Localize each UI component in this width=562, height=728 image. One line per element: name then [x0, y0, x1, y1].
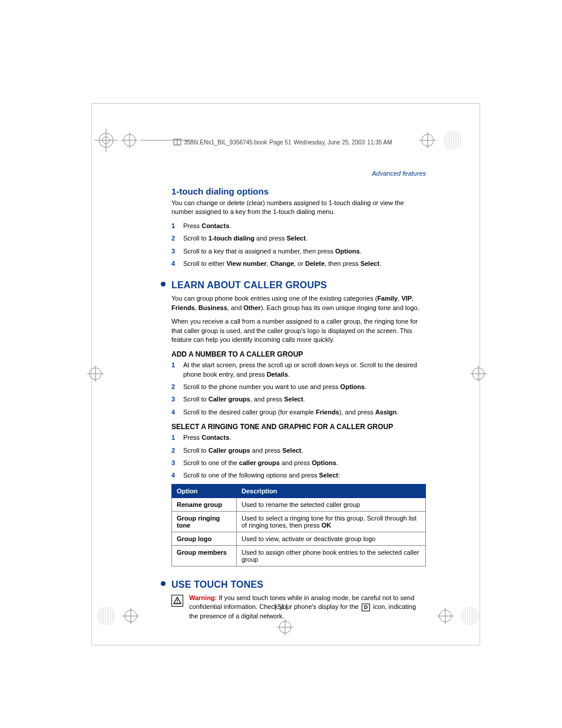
header-file-info: 3586i.ENv1_BIL_9356745.book Page 51 Wedn…	[173, 138, 392, 146]
section-title-touch-tones: Use Touch Tones	[171, 579, 263, 589]
bullet-icon	[161, 581, 166, 586]
step-num: 3	[171, 247, 177, 256]
step-num: 1	[171, 433, 177, 442]
header-file: 3586i.ENv1_BIL_9356745.book	[184, 139, 267, 146]
table-cell: Used to assign other phone book entries …	[237, 545, 426, 566]
table-cell: Used to view, activate or deactivate gro…	[237, 532, 426, 545]
table-row: Group logo Used to view, activate or dea…	[172, 532, 426, 545]
step-num: 3	[171, 459, 177, 467]
book-icon	[173, 138, 181, 146]
header-date: Wednesday, June 25, 2003	[294, 139, 365, 146]
step-text: Press Contacts.	[183, 433, 426, 442]
step-num: 4	[171, 471, 177, 480]
step-text: Press Contacts.	[183, 222, 426, 230]
breadcrumb: Advanced features	[171, 170, 426, 177]
step-num: 4	[171, 408, 177, 417]
step-text: Scroll to one of the caller groups and p…	[183, 459, 426, 467]
table-cell: Group members	[172, 545, 237, 566]
table-header-description: Description	[237, 484, 426, 498]
step-text: Scroll to Caller groups and press Select…	[183, 446, 426, 455]
registration-mark-icon	[87, 365, 104, 382]
table-row: Group ringing tone Used to select a ring…	[172, 511, 426, 532]
section-title-caller-groups: Learn About Caller Groups	[171, 280, 327, 290]
table-row: Rename group Used to rename the selected…	[172, 498, 426, 511]
step-num: 2	[171, 383, 177, 391]
step-num: 2	[171, 446, 177, 455]
table-cell: Group ringing tone	[172, 511, 237, 532]
page-number: [ 51 ]	[0, 604, 562, 610]
registration-mark-icon	[277, 619, 293, 635]
step-text: Scroll to one of the following options a…	[183, 471, 426, 480]
table-cell: Rename group	[172, 498, 237, 511]
section2-p2: When you receive a call from a number as…	[171, 317, 426, 344]
options-table: Option Description Rename group Used to …	[171, 484, 426, 566]
sub-title-select-ringing: Select a ringing tone and graphic for a …	[171, 423, 426, 431]
step-num: 3	[171, 395, 177, 404]
table-header-option: Option	[172, 484, 237, 498]
sub-title-add-number: Add a number to a caller group	[171, 350, 426, 358]
step-text: Scroll to 1-touch dialing and press Sele…	[183, 234, 426, 243]
step-text: Scroll to the desired caller group (for …	[183, 408, 426, 417]
registration-mark-icon	[470, 365, 487, 382]
step-text: Scroll to the phone number you want to u…	[183, 383, 426, 391]
step-num: 4	[171, 259, 177, 268]
step-text: Scroll to a key that is assigned a numbe…	[183, 247, 426, 256]
section1-intro: You can change or delete (clear) numbers…	[171, 199, 426, 217]
table-cell: Used to rename the selected caller group	[237, 498, 426, 511]
step-text: Scroll to Caller groups, and press Selec…	[183, 395, 426, 404]
step-text: Scroll to either View number, Change, or…	[183, 259, 426, 268]
table-row: Group members Used to assign other phone…	[172, 545, 426, 566]
svg-point-37	[177, 602, 178, 603]
step-text: At the start screen, press the scroll up…	[183, 361, 426, 379]
step-num: 1	[171, 361, 177, 379]
header-page: Page 51	[269, 139, 291, 146]
table-cell: Used to select a ringing tone for this g…	[237, 511, 426, 532]
section-title-1touch: 1-touch dialing options	[171, 186, 426, 196]
section2-p1: You can group phone book entries using o…	[171, 294, 426, 312]
svg-point-13	[443, 131, 462, 150]
registration-mark-icon	[419, 129, 464, 152]
table-cell: Group logo	[172, 532, 237, 545]
step-num: 1	[171, 222, 177, 230]
step-num: 2	[171, 234, 177, 243]
header-time: 11:35 AM	[367, 139, 392, 146]
